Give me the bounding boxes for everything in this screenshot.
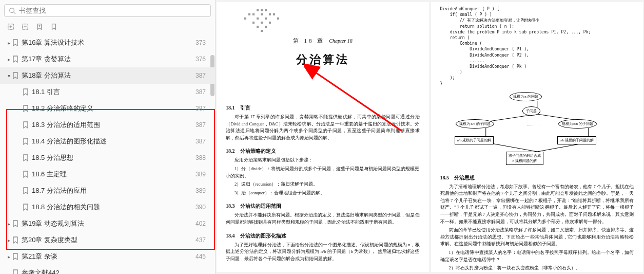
search-icon [9,7,16,14]
bookmark-icon [12,253,18,260]
outline-label: 第19章 动态规划算法 [22,219,196,228]
body-text: 为了更好地理解分治法，下面给出分治法的一个图形化描述。假设初始问题的规模为 n，… [226,242,420,263]
outline-label: 18.7 分治法的应用 [32,186,196,195]
chevron-right-icon[interactable]: ▸ [6,57,11,62]
code-block: DivideAndConquer ( P ) { if( small ( P )… [440,6,634,87]
chevron-down-icon[interactable]: ▾ [6,73,11,79]
bookmark-icon [12,39,18,46]
outline-item[interactable]: 18.3 分治法的适用范围387 [0,117,215,133]
diagram-node: n/b 规模的子问题的解 [455,136,494,144]
outline-label: 第18章 分治算法 [22,71,196,80]
bookmarks-sidebar: ▸第16章 算法设计技术373▸第17章 贪婪算法376▾第18章 分治算法38… [0,0,216,274]
outline-label: 第21章 杂谈 [22,252,196,261]
page-number: 373 [196,39,213,46]
outline-item[interactable]: 18.8 分治法的相关问题390 [0,199,215,215]
body-text: 1）分（divide）：将初始问题分割成多个子问题，这些子问题是与初始问题同类型… [226,166,420,179]
pdf-page-right: DivideAndConquer ( P ) { if( small ( P )… [431,2,643,272]
outline-label: 18.1 引言 [32,87,196,97]
decorative-dots [226,6,298,37]
outline-item[interactable]: 18.7 分治法的应用389 [0,182,215,199]
outline-item[interactable]: ▸第20章 复杂度类型437 [0,232,215,248]
page-number: 387 [196,121,213,129]
chevron-right-icon[interactable]: ▸ [6,221,11,227]
page-number: 387 [196,138,213,145]
outline-label: 参考文献442 [22,268,206,274]
diagram-node: 规模为 n/b 的子问题 [558,119,597,129]
ellipsis: ............ [528,122,540,126]
expand-all-icon[interactable] [7,23,14,30]
outline-item[interactable]: 18.4 分治法的图形化描述387 [0,133,215,150]
outline-label: 第17章 贪婪算法 [22,54,196,64]
body-text: 对于第 17 章列举的许多问题，贪婪策略不能提供最优解，而其中的某些问题可通过分… [226,114,420,141]
bookmark-add-icon[interactable] [36,23,43,30]
outline-tree[interactable]: ▸第16章 算法设计技术373▸第17章 贪婪算法376▾第18章 分治算法38… [0,34,215,274]
page-number: 387 [196,72,213,79]
outline-item[interactable]: ▸第19章 动态规划算法402 [0,215,215,232]
outline-item[interactable]: ▸第16章 算法设计技术373 [0,34,215,51]
pdf-page-left: 第 18 章 Chapter 18 分治算法 18.1 引言 对于第 17 章列… [217,2,429,272]
bookmark-icon[interactable] [50,23,57,30]
body-text: 2）递归（recursion）：递归求解子问题。 [226,181,420,188]
bookmark-icon [23,171,29,178]
bookmark-icon [23,121,29,129]
chevron-right-icon[interactable]: ▸ [6,40,11,46]
outline-item[interactable]: ▸第21章 杂谈445 [0,248,215,265]
section-title: 18.4 分治法的图形化描述 [226,232,420,240]
chapter-header: 第 18 章 Chapter 18 分治算法 [226,37,420,67]
diagram-node: 规模为 n 的问题 [510,92,542,101]
outline-label: 18.6 主定理 [32,170,196,179]
page-number: 437 [196,236,213,244]
collapse-all-icon[interactable] [22,23,29,30]
page-number: 387 [196,88,213,96]
body-text: 1）在电话簿中查找某人的名字：电话簿中的名字按照字母顺序排列。给出一个名字，如何… [440,249,634,263]
search-box[interactable] [4,4,211,17]
diagram-node: 规模为 n/b 的子问题 [456,119,494,129]
bookmark-icon [12,220,18,227]
outline-label: 18.8 分治法的相关问题 [32,203,196,212]
page-number: 376 [196,56,213,63]
bookmark-icon [23,187,29,194]
diagram-node: 子问题 [522,106,540,116]
outline-label: 第16章 算法设计技术 [22,38,196,47]
bookmark-icon [12,72,18,79]
bookmark-icon [12,56,18,63]
search-input[interactable] [19,7,206,14]
outline-item[interactable]: 18.6 主定理389 [0,166,215,182]
bookmark-icon [23,204,29,211]
bookmark-toolbar [0,21,215,34]
page-number: 445 [196,253,213,260]
svg-point-0 [10,8,14,12]
page-number: 388 [196,154,213,161]
diagram-node: n/b 规模的子问题的解 [557,136,597,144]
bookmark-icon [12,236,18,244]
outline-item[interactable]: 参考文献442 [0,265,215,274]
page-number: 402 [196,220,213,227]
body-text: 2）将石头打磨为粉尘：将一块石头变成粉尘（非常小的石头）。 [440,265,634,272]
chevron-right-icon[interactable]: ▸ [6,238,11,243]
pdf-viewport[interactable]: 第 18 章 Chapter 18 分治算法 18.1 引言 对于第 17 章列… [216,0,644,274]
search-bar [0,0,215,21]
page-number: 390 [196,204,213,211]
outline-item[interactable]: ▸第17章 贪婪算法376 [0,51,215,67]
chapter-number: 第 18 章 [293,37,325,45]
outline-item[interactable]: 18.5 分治思想388 [0,150,215,166]
outline-item[interactable]: 18.1 引言387 [0,84,215,100]
outline-label: 18.3 分治法的适用范围 [32,120,196,130]
chapter-title: 分治算法 [226,52,420,67]
diagram: 规模为 n 的问题 子问题 规模为 n/b 的子问题 规模为 n/b 的子问题 … [440,91,634,168]
outline-item[interactable]: ▾第18章 分治算法387 [0,67,215,84]
body-text: 为了清晰地理解分治法，考虑如下故事。曾经有一个富有的老农，他有 7 个儿子。担忧… [440,184,634,226]
page-number: 389 [196,187,213,194]
bookmark-icon [12,269,18,274]
outline-label: 第20章 复杂度类型 [22,235,196,245]
chapter-script: Chapter 18 [329,38,352,44]
bookmark-icon [23,88,29,96]
outline-item[interactable]: 18.2 分治策略的定义387 [0,100,215,117]
section-title: 18.5 分治思想 [440,174,634,181]
chevron-right-icon[interactable]: ▸ [6,254,11,260]
outline-label: 18.5 分治思想 [32,153,196,162]
body-text: 分治法并不能解决所有问题。根据分治法的定义，算法递归地求解同类型的子问题，但是任… [226,212,420,226]
bookmark-icon [23,154,29,161]
body-text: 应用分治策略求解问题包括以下步骤： [226,157,420,164]
bookmark-icon [23,105,29,112]
